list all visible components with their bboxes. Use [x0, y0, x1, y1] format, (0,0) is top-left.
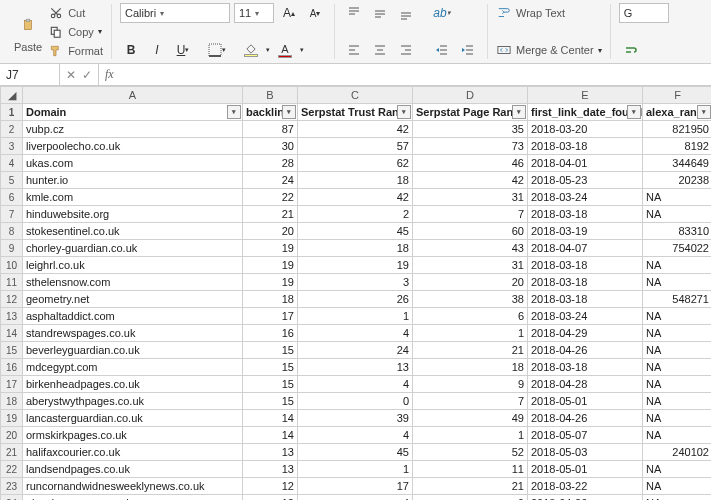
cell[interactable]: 821950: [643, 121, 712, 138]
cell[interactable]: 30: [243, 138, 298, 155]
copy-button[interactable]: Copy ▾: [48, 23, 103, 41]
cell[interactable]: 38: [413, 291, 528, 308]
cell[interactable]: 1: [298, 461, 413, 478]
cell[interactable]: lancasterguardian.co.uk: [23, 410, 243, 427]
cell[interactable]: 18: [413, 359, 528, 376]
fx-label[interactable]: fx: [99, 67, 120, 82]
cell[interactable]: 3: [298, 274, 413, 291]
border-button[interactable]: ▾: [206, 40, 228, 60]
align-right-button[interactable]: [395, 40, 417, 60]
row-header[interactable]: 6: [1, 189, 23, 206]
cell[interactable]: 18: [298, 172, 413, 189]
row-header[interactable]: 10: [1, 257, 23, 274]
cell[interactable]: 2018-04-29: [528, 325, 643, 342]
row-header[interactable]: 23: [1, 478, 23, 495]
row-header[interactable]: 13: [1, 308, 23, 325]
cell[interactable]: 2018-04-26: [528, 410, 643, 427]
cell[interactable]: 4: [298, 325, 413, 342]
number-format-select[interactable]: G: [619, 3, 669, 23]
cell[interactable]: 35: [413, 121, 528, 138]
cell[interactable]: 31: [413, 189, 528, 206]
cell[interactable]: kmle.com: [23, 189, 243, 206]
cell[interactable]: 2018-03-22: [528, 478, 643, 495]
cell[interactable]: NA: [643, 410, 712, 427]
cell[interactable]: 8192: [643, 138, 712, 155]
cell[interactable]: 240102: [643, 444, 712, 461]
select-all-corner[interactable]: ◢: [1, 87, 23, 104]
cell[interactable]: 46: [413, 155, 528, 172]
col-header[interactable]: E: [528, 87, 643, 104]
cell[interactable]: 24: [243, 172, 298, 189]
cell[interactable]: 344649: [643, 155, 712, 172]
cell[interactable]: NA: [643, 376, 712, 393]
col-header[interactable]: B: [243, 87, 298, 104]
cell[interactable]: 6: [413, 308, 528, 325]
filter-button[interactable]: ▾: [282, 105, 296, 119]
cell[interactable]: 2: [298, 206, 413, 223]
format-painter-button[interactable]: Format: [48, 42, 103, 60]
orientation-button[interactable]: ab▾: [431, 3, 453, 23]
cell[interactable]: 19: [298, 257, 413, 274]
cell[interactable]: 2018-03-18: [528, 291, 643, 308]
align-bottom-button[interactable]: [395, 3, 417, 23]
cell[interactable]: 2018-04-28: [528, 376, 643, 393]
cell[interactable]: 17: [298, 478, 413, 495]
cell[interactable]: 2018-03-19: [528, 223, 643, 240]
cell[interactable]: NA: [643, 325, 712, 342]
cell[interactable]: 26: [298, 291, 413, 308]
col-header[interactable]: C: [298, 87, 413, 104]
row-header[interactable]: 3: [1, 138, 23, 155]
cell[interactable]: NA: [643, 478, 712, 495]
cell[interactable]: 4: [298, 495, 413, 501]
cell[interactable]: aberystwythpages.co.uk: [23, 393, 243, 410]
cell[interactable]: 42: [298, 121, 413, 138]
cell[interactable]: 42: [298, 189, 413, 206]
cell[interactable]: 60: [413, 223, 528, 240]
row-header[interactable]: 18: [1, 393, 23, 410]
cell[interactable]: 21: [413, 478, 528, 495]
accounting-format-button[interactable]: [619, 40, 641, 60]
cell[interactable]: 13: [243, 461, 298, 478]
cell[interactable]: beverleyguardian.co.uk: [23, 342, 243, 359]
cell[interactable]: 20: [243, 223, 298, 240]
cell[interactable]: NA: [643, 342, 712, 359]
cell[interactable]: Serpstat Trust Rank▾: [298, 104, 413, 121]
increase-font-button[interactable]: A▴: [278, 3, 300, 23]
cell[interactable]: 2018-03-20: [528, 121, 643, 138]
cell[interactable]: 2018-04-26: [528, 495, 643, 501]
cell[interactable]: alexa_rank▾: [643, 104, 712, 121]
name-box[interactable]: J7: [0, 64, 60, 85]
cell[interactable]: 52: [413, 444, 528, 461]
increase-indent-button[interactable]: [457, 40, 479, 60]
cell[interactable]: 2018-03-18: [528, 257, 643, 274]
cell[interactable]: chorley-guardian.co.uk: [23, 240, 243, 257]
cell[interactable]: 39: [298, 410, 413, 427]
row-header[interactable]: 12: [1, 291, 23, 308]
cell[interactable]: 2018-03-18: [528, 274, 643, 291]
cell[interactable]: geometry.net: [23, 291, 243, 308]
cell[interactable]: 21: [413, 342, 528, 359]
cell[interactable]: stokesentinel.co.uk: [23, 223, 243, 240]
row-header[interactable]: 14: [1, 325, 23, 342]
row-header[interactable]: 5: [1, 172, 23, 189]
cell[interactable]: 7: [413, 393, 528, 410]
cell[interactable]: 19: [243, 257, 298, 274]
cell[interactable]: 1: [298, 308, 413, 325]
cell[interactable]: 2018-05-01: [528, 461, 643, 478]
row-header[interactable]: 21: [1, 444, 23, 461]
cell[interactable]: 24: [298, 342, 413, 359]
cell[interactable]: 16: [243, 325, 298, 342]
cell[interactable]: NA: [643, 274, 712, 291]
cell[interactable]: aberdeenpages.co.uk: [23, 495, 243, 501]
cell[interactable]: 87: [243, 121, 298, 138]
col-header[interactable]: A: [23, 87, 243, 104]
cell[interactable]: 2018-05-01: [528, 393, 643, 410]
cell[interactable]: NA: [643, 393, 712, 410]
cell[interactable]: 2018-05-23: [528, 172, 643, 189]
decrease-indent-button[interactable]: [431, 40, 453, 60]
wrap-text-button[interactable]: Wrap Text: [496, 4, 602, 22]
merge-center-button[interactable]: Merge & Center ▾: [496, 41, 602, 59]
col-header[interactable]: F: [643, 87, 712, 104]
cell[interactable]: 15: [243, 376, 298, 393]
row-header[interactable]: 2: [1, 121, 23, 138]
